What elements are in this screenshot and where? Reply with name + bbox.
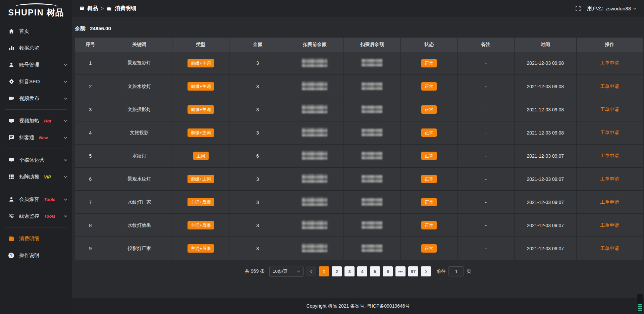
cell-action: 工单申请 xyxy=(576,191,643,214)
sidebar-item-label: 抖音SEO xyxy=(19,78,40,85)
chevron-down-icon xyxy=(64,198,67,201)
type-badge: 主词+后缀 xyxy=(187,221,214,229)
sidebar-item-douyin-seo[interactable]: 抖音SEO xyxy=(0,73,72,90)
balance-label: 余额: xyxy=(75,25,87,31)
sidebar-item-video-heating[interactable]: 视频加热 Hot xyxy=(0,112,72,129)
table-row: 9 投影灯厂家 主词+后缀 3 正常 - 2021-12-03 09:07 工单… xyxy=(75,237,643,260)
masked-value xyxy=(362,128,382,136)
chevron-down-icon xyxy=(64,137,67,139)
sidebar-item-account-management[interactable]: 账号管理 xyxy=(0,56,72,73)
table-row: 3 文旅投影灯 前缀+主词 3 正常 - 2021-12-03 09:08 工单… xyxy=(75,98,643,121)
type-badge: 主词+后缀 xyxy=(187,244,214,253)
grid-icon xyxy=(8,174,14,180)
sliders-icon xyxy=(8,213,14,219)
sidebar-item-lead-monitoring[interactable]: 线索监控 Tools xyxy=(0,208,72,224)
cell-action: 工单申请 xyxy=(576,121,643,144)
sidebar-item-video-publish[interactable]: 视频发布 xyxy=(0,90,72,107)
sidebar-item-data-overview[interactable]: 数据总览 xyxy=(0,40,72,56)
cell-remark: - xyxy=(458,144,514,167)
sidebar-item-omnimedia-operation[interactable]: 全媒体运营 xyxy=(0,152,72,168)
sidebar-item-home[interactable]: 首页 xyxy=(0,23,72,40)
cell-action: 工单申请 xyxy=(576,167,643,191)
masked-value xyxy=(302,244,327,252)
breadcrumb-root[interactable]: 树品 xyxy=(87,5,98,12)
dashboard-icon xyxy=(79,6,84,11)
cell-remark: - xyxy=(458,98,514,121)
balance-value: 24856.00 xyxy=(90,25,111,31)
cell-time: 2021-12-03 09:07 xyxy=(514,144,576,167)
user-icon xyxy=(8,62,14,68)
fullscreen-icon[interactable] xyxy=(575,6,581,11)
sidebar-item-label: 视频加热 xyxy=(19,118,39,124)
sidebar-item-instructions[interactable]: ? 操作说明 xyxy=(0,247,72,264)
username-label: 用户名: xyxy=(587,5,603,12)
sidebar-item-douketong[interactable]: 抖客通 New xyxy=(0,129,72,146)
cell-index: 6 xyxy=(75,167,106,191)
type-badge: 前缀+主词 xyxy=(187,128,214,137)
cell-time: 2021-12-03 09:08 xyxy=(514,121,576,144)
page-button-6[interactable]: 6 xyxy=(383,266,393,276)
goto-label: 前往 xyxy=(436,268,446,274)
work-order-link[interactable]: 工单申请 xyxy=(600,199,619,205)
cell-type: 前缀+主词 xyxy=(172,52,229,75)
sidebar-item-consumption-details[interactable]: 消费明细 xyxy=(0,230,72,247)
new-badge: New xyxy=(39,135,48,140)
sidebar-item-member-booster[interactable]: 会员爆客 Tools xyxy=(0,191,72,208)
prev-page-button[interactable] xyxy=(306,266,316,276)
cell-remark: - xyxy=(458,52,514,75)
chevron-down-icon xyxy=(64,64,67,66)
goto-page-input[interactable] xyxy=(448,266,464,276)
type-badge: 前缀+主词 xyxy=(187,82,214,91)
page-ellipsis-button[interactable]: ••• xyxy=(395,266,406,276)
consumption-table: 序号 关键词 类型 金额 扣费前余额 扣费后余额 状态 备注 时间 操作 1 景… xyxy=(75,38,643,260)
user-menu[interactable]: 用户名: zswodun88 xyxy=(587,5,637,12)
breadcrumb-separator: > xyxy=(101,6,104,11)
logo-arc-decoration xyxy=(15,3,58,7)
username-value: zswodun88 xyxy=(605,6,631,11)
sidebar-item-matrix-boost[interactable]: 矩阵助推 VIP xyxy=(0,168,72,185)
cell-index: 3 xyxy=(75,98,106,121)
work-order-link[interactable]: 工单申请 xyxy=(600,176,619,181)
sidebar-item-label: 操作说明 xyxy=(19,252,39,259)
work-order-link[interactable]: 工单申请 xyxy=(600,153,619,158)
chevron-down-icon xyxy=(64,97,67,100)
vip-badge: VIP xyxy=(44,174,51,179)
col-status: 状态 xyxy=(401,38,458,52)
chevron-down-icon xyxy=(64,120,67,122)
floating-widget[interactable] xyxy=(637,294,643,312)
col-type: 类型 xyxy=(172,38,229,52)
page-button-4[interactable]: 4 xyxy=(357,266,367,276)
next-page-button[interactable] xyxy=(421,266,431,276)
cell-action: 工单申请 xyxy=(576,75,643,98)
page-button-1[interactable]: 1 xyxy=(319,266,329,276)
work-order-link[interactable]: 工单申请 xyxy=(600,107,619,112)
status-badge: 正常 xyxy=(421,82,437,91)
page-size-select[interactable]: 10条/页 xyxy=(269,266,304,277)
goto-suffix: 页 xyxy=(467,268,471,274)
cell-amount: 3 xyxy=(229,98,286,121)
page-button-2[interactable]: 2 xyxy=(332,266,342,276)
cell-keyword: 水纹灯厂家 xyxy=(106,191,172,214)
monitor-icon xyxy=(8,157,14,163)
work-order-link[interactable]: 工单申请 xyxy=(600,246,619,251)
masked-value xyxy=(302,174,327,183)
col-keyword: 关键词 xyxy=(106,38,172,52)
sidebar-item-label: 数据总览 xyxy=(19,45,39,51)
cell-remark: - xyxy=(458,121,514,144)
page-button-3[interactable]: 3 xyxy=(344,266,355,276)
cell-type: 主词+后缀 xyxy=(172,214,229,237)
breadcrumb-current: 消费明细 xyxy=(115,5,136,12)
work-order-link[interactable]: 工单申请 xyxy=(600,60,619,65)
work-order-link[interactable]: 工单申请 xyxy=(600,130,619,135)
cell-keyword: 文旅水纹灯 xyxy=(106,75,172,98)
page-button-5[interactable]: 5 xyxy=(370,266,380,276)
breadcrumb: 树品 > 消费明细 xyxy=(79,5,136,12)
masked-value xyxy=(362,82,382,90)
table-header-row: 序号 关键词 类型 金额 扣费前余额 扣费后余额 状态 备注 时间 操作 xyxy=(75,38,643,52)
masked-value xyxy=(362,221,382,229)
page-button-97[interactable]: 97 xyxy=(408,266,418,276)
work-order-link[interactable]: 工单申请 xyxy=(600,84,619,89)
work-order-link[interactable]: 工单申请 xyxy=(600,222,619,228)
cell-index: 5 xyxy=(75,144,106,167)
cell-keyword: 水纹灯 xyxy=(106,144,172,167)
